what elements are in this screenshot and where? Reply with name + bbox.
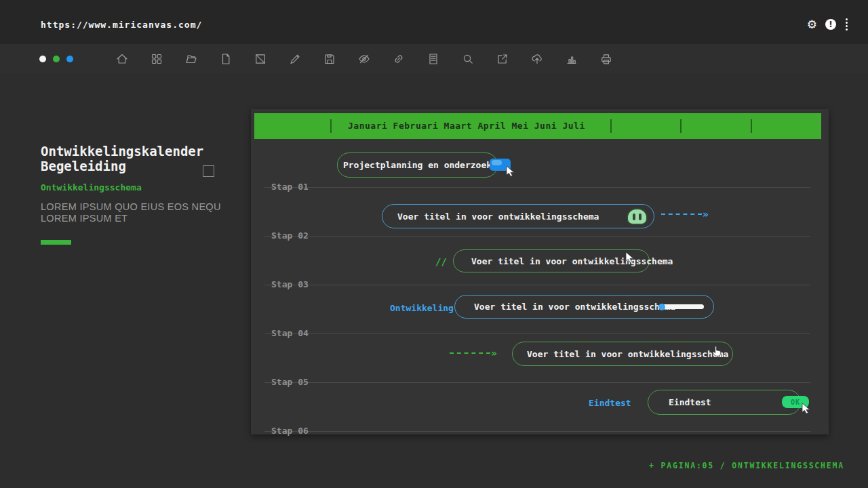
title-input-pill-step1[interactable]: Voer titel in voor ontwikkelingsschema bbox=[382, 204, 654, 228]
step-label-01: Stap 01 bbox=[271, 182, 309, 192]
month-divider bbox=[330, 119, 332, 133]
months-label: Januari Februari Maart April Mei Juni Ju… bbox=[348, 121, 585, 131]
pill-text: Projectplanning en onderzoek bbox=[343, 160, 492, 170]
slashes-annotation: // bbox=[435, 256, 447, 267]
step-line bbox=[264, 236, 810, 237]
window-dot-white[interactable] bbox=[39, 56, 46, 62]
pill-text: Eindtest bbox=[669, 397, 711, 407]
pill-text: Voer titel in voor ontwikkelingsschema bbox=[527, 349, 728, 359]
page-title: Ontwikkelingskalender Begeleiding bbox=[41, 144, 203, 174]
more-menu-icon[interactable] bbox=[844, 18, 849, 31]
url-text[interactable]: https://www.miricanvas.com/ bbox=[41, 20, 202, 30]
eye-off-icon[interactable] bbox=[357, 52, 371, 66]
title-pill-projectplanning[interactable]: Projectplanning en onderzoek bbox=[337, 152, 498, 178]
window-dot-blue[interactable] bbox=[66, 56, 73, 62]
step-label-04: Stap 04 bbox=[271, 328, 309, 338]
settings-icon[interactable]: ⚙ bbox=[807, 19, 817, 30]
search-icon[interactable] bbox=[461, 52, 475, 66]
step-label-05: Stap 05 bbox=[271, 377, 309, 387]
tool-icons bbox=[115, 52, 613, 66]
accent-bar bbox=[41, 240, 71, 245]
app-toolbar bbox=[0, 44, 868, 73]
alert-icon[interactable]: ! bbox=[825, 19, 836, 30]
browser-url-bar: https://www.miricanvas.com/ ⚙ ! bbox=[0, 0, 868, 44]
step-line bbox=[264, 333, 810, 334]
description-line2: LOREM IPSUM ET bbox=[41, 213, 221, 224]
notes-icon[interactable] bbox=[427, 52, 440, 66]
external-link-icon[interactable] bbox=[496, 52, 509, 66]
selection-handle[interactable] bbox=[203, 165, 214, 177]
folder-open-icon[interactable] bbox=[184, 52, 198, 66]
bar-chart-icon[interactable] bbox=[565, 52, 578, 66]
step-label-03: Stap 03 bbox=[271, 279, 309, 289]
hand-cursor-icon bbox=[712, 346, 722, 357]
page-subtitle: Ontwikkelingsschema bbox=[41, 182, 142, 192]
design-canvas[interactable]: Januari Februari Maart April Mei Juni Ju… bbox=[251, 109, 829, 434]
slider-thumb[interactable] bbox=[658, 304, 665, 310]
pill-text: Voer titel in voor ontwikkelingsschema bbox=[471, 256, 673, 266]
title-input-pill-step4[interactable]: Voer titel in voor ontwikkelingsschema bbox=[512, 342, 733, 366]
apps-grid-icon[interactable] bbox=[150, 52, 163, 66]
dashed-arrow-right-blue: » bbox=[661, 211, 709, 218]
step-line bbox=[264, 285, 810, 285]
mouse-cursor-icon bbox=[802, 403, 811, 414]
link-icon[interactable] bbox=[392, 52, 406, 66]
pill-text: Voer titel in voor ontwikkelingsschema bbox=[474, 302, 675, 312]
dashed-arrow-right-green: » bbox=[450, 350, 497, 357]
page-description: LOREM IPSUM QUO EIUS EOS NEQU LOREM IPSU… bbox=[41, 201, 221, 224]
month-divider bbox=[680, 119, 682, 133]
title-input-pill-step2[interactable]: Voer titel in voor ontwikkelingsschema bbox=[453, 249, 650, 272]
file-icon[interactable] bbox=[219, 52, 233, 66]
header-actions: ⚙ ! bbox=[807, 18, 849, 31]
window-controls bbox=[39, 56, 73, 62]
pencil-icon[interactable] bbox=[288, 52, 302, 66]
page-indicator: + PAGINA:05 / ONTWIKKELINGSSCHEMA bbox=[649, 461, 844, 470]
step-line bbox=[264, 431, 810, 432]
pill-text: Voer titel in voor ontwikkelingsschema bbox=[397, 211, 599, 222]
eindtest-pill[interactable]: Eindtest bbox=[648, 390, 801, 415]
printer-icon[interactable] bbox=[599, 52, 613, 66]
image-placeholder-icon[interactable] bbox=[254, 52, 267, 66]
page-title-line2: Begeleiding bbox=[41, 159, 203, 174]
description-line1: LOREM IPSUM QUO EIUS EOS NEQU bbox=[41, 201, 221, 213]
cloud-upload-icon[interactable] bbox=[530, 52, 544, 66]
step-line bbox=[264, 382, 810, 383]
save-icon[interactable] bbox=[323, 52, 336, 66]
home-icon[interactable] bbox=[115, 52, 129, 66]
page-title-line1: Ontwikkelingskalender bbox=[41, 144, 203, 159]
step-label-06: Stap 06 bbox=[271, 426, 309, 436]
window-dot-green[interactable] bbox=[53, 56, 60, 62]
month-divider bbox=[751, 119, 752, 133]
mouse-cursor-icon bbox=[625, 252, 635, 263]
step-line bbox=[264, 187, 810, 188]
progress-slider[interactable] bbox=[660, 304, 704, 309]
mascot-blob-icon bbox=[627, 208, 648, 225]
months-header[interactable]: Januari Februari Maart April Mei Juni Ju… bbox=[254, 113, 821, 139]
annotation-eindtest: Eindtest bbox=[589, 398, 631, 408]
mouse-cursor-icon bbox=[506, 166, 515, 177]
step-label-02: Stap 02 bbox=[271, 230, 309, 241]
annotation-ontwikkeling: Ontwikkeling bbox=[390, 303, 454, 313]
month-divider bbox=[610, 119, 612, 133]
